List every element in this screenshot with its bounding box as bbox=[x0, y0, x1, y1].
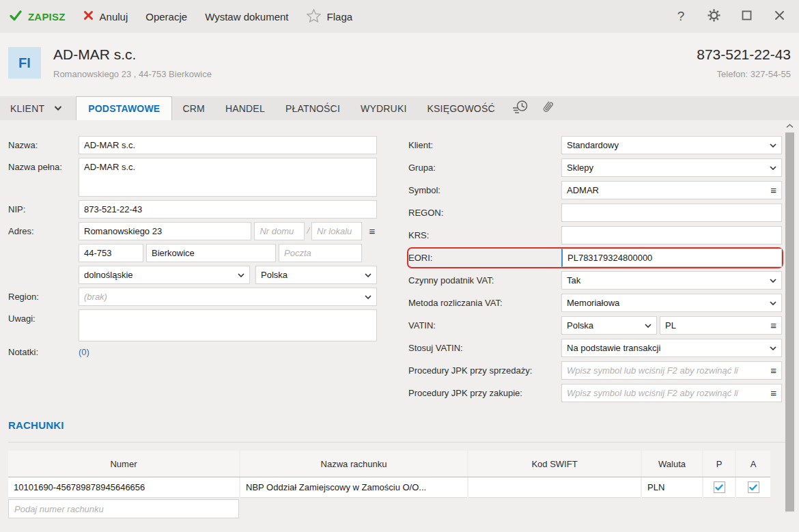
settings-button[interactable] bbox=[706, 9, 721, 24]
jpk-sprzedaz-menu-icon[interactable]: ≡ bbox=[770, 365, 776, 376]
adres-label: Adres: bbox=[8, 222, 79, 284]
krs-input[interactable] bbox=[561, 226, 782, 244]
tab-crm[interactable]: CRM bbox=[172, 96, 214, 120]
nip-input[interactable]: 873-521-22-43 bbox=[79, 200, 377, 219]
paperclip-icon[interactable] bbox=[541, 100, 555, 117]
scrollbar-thumb[interactable] bbox=[785, 132, 794, 512]
vatin-input[interactable]: PL ≡ bbox=[660, 316, 782, 335]
kod-pocztowy-input[interactable]: 44-753 bbox=[79, 244, 143, 262]
tab-podstawowe[interactable]: PODSTAWOWE bbox=[76, 96, 172, 120]
cell-swift[interactable] bbox=[468, 477, 641, 498]
row-klient: Klient: Standardowy bbox=[408, 136, 782, 154]
chevron-down-icon bbox=[54, 106, 62, 111]
regon-label: REGON: bbox=[408, 204, 561, 222]
tab-klient-dropdown[interactable]: KLIENT bbox=[0, 96, 72, 120]
cell-waluta[interactable]: PLN bbox=[642, 477, 702, 498]
symbol-menu-icon[interactable]: ≡ bbox=[770, 185, 776, 195]
chevron-down-icon bbox=[770, 143, 776, 148]
close-button[interactable] bbox=[772, 9, 787, 24]
tab-platnosci[interactable]: PŁATNOŚCI bbox=[275, 96, 350, 120]
miejscowosc-input[interactable]: Bierkowice bbox=[146, 244, 276, 262]
row-symbol: Symbol: ADMAR ≡ bbox=[408, 181, 782, 199]
row-nazwa: Nazwa: AD-MAR s.c. bbox=[8, 136, 377, 154]
regon-input[interactable] bbox=[561, 204, 782, 222]
flag-button[interactable]: Flaga bbox=[307, 9, 353, 25]
row-vatin: VATIN: Polska PL ≡ bbox=[408, 316, 782, 335]
chevron-down-icon bbox=[365, 295, 372, 299]
adres-menu-icon[interactable]: ≡ bbox=[367, 225, 377, 237]
issue-document-menu[interactable]: Wystaw dokument bbox=[205, 11, 288, 23]
nazwa-input[interactable]: AD-MAR s.c. bbox=[79, 136, 377, 154]
col-header-nazwa[interactable]: Nazwa rachunku bbox=[240, 451, 467, 477]
notatki-link[interactable]: (0) bbox=[79, 347, 89, 357]
row-notatki: Notatki: (0) bbox=[8, 347, 377, 357]
accounts-new-row: Podaj numer rachunku bbox=[8, 499, 770, 518]
region-select[interactable]: (brak) bbox=[79, 288, 377, 306]
tab-ksiegowosc[interactable]: KSIĘGOWOŚĆ bbox=[417, 96, 505, 120]
cell-numer[interactable]: 10101690-456789878945646656 bbox=[8, 477, 239, 498]
row-region: Region: (brak) bbox=[8, 288, 377, 306]
accounts-divider bbox=[8, 442, 791, 443]
col-header-swift[interactable]: Kod SWIFT bbox=[468, 451, 641, 477]
history-icon[interactable] bbox=[512, 100, 529, 117]
col-header-a[interactable]: A bbox=[736, 451, 770, 477]
tab-wydruki[interactable]: WYDRUKI bbox=[350, 96, 417, 120]
entity-header: FI AD-MAR s.c. Romanowskiego 23 , 44-753… bbox=[0, 33, 799, 96]
adres-separator: / bbox=[305, 222, 311, 240]
metoda-vat-select[interactable]: Memoriałowa bbox=[561, 294, 782, 312]
close-icon bbox=[774, 10, 785, 23]
jpk-zakup-menu-icon[interactable]: ≡ bbox=[770, 388, 776, 398]
accounts-header-row: Numer Nazwa rachunku Kod SWIFT Waluta P … bbox=[8, 451, 770, 477]
operations-menu[interactable]: Operacje bbox=[145, 11, 187, 23]
stosuj-vatin-label: Stosuj VATIN: bbox=[408, 339, 561, 357]
nip-label: NIP: bbox=[8, 200, 79, 219]
col-header-numer[interactable]: Numer bbox=[8, 451, 239, 477]
maximize-button[interactable] bbox=[739, 9, 754, 24]
jpk-zakup-input[interactable]: Wpisz symbol lub wciśnij F2 aby rozwinąć… bbox=[561, 384, 782, 402]
ulica-input[interactable]: Romanowskiego 23 bbox=[79, 222, 251, 240]
help-icon: ? bbox=[677, 9, 685, 24]
form-right-column: Klient: Standardowy Grupa: Sklepy Symbol… bbox=[408, 136, 782, 406]
symbol-input[interactable]: ADMAR ≡ bbox=[561, 181, 782, 199]
checkbox-p[interactable] bbox=[714, 481, 725, 493]
poczta-input[interactable]: Poczta bbox=[279, 244, 362, 262]
col-header-waluta[interactable]: Waluta bbox=[642, 451, 702, 477]
region-label: Region: bbox=[8, 288, 79, 306]
nr-lokalu-input[interactable]: Nr lokalu bbox=[311, 222, 362, 240]
cell-nazwa[interactable]: NBP Oddział Zamiejscowy w Zamościu O/O..… bbox=[240, 477, 467, 498]
vertical-scrollbar[interactable] bbox=[784, 120, 796, 532]
new-account-input[interactable]: Podaj numer rachunku bbox=[8, 499, 239, 518]
x-icon bbox=[83, 10, 94, 23]
grupa-select[interactable]: Sklepy bbox=[561, 158, 782, 177]
save-button[interactable]: ZAPISZ bbox=[10, 10, 66, 23]
scroll-up-icon[interactable] bbox=[784, 120, 796, 131]
chevron-down-icon bbox=[365, 273, 372, 277]
cancel-button-label: Anuluj bbox=[100, 11, 128, 23]
checkbox-a[interactable] bbox=[748, 481, 759, 493]
form-left-column: Nazwa: AD-MAR s.c. Nazwa pełna: AD-MAR s… bbox=[8, 136, 377, 361]
stosuj-vatin-select[interactable]: Na podstawie transakcji bbox=[561, 339, 782, 357]
help-button[interactable]: ? bbox=[673, 9, 688, 24]
row-czynny-podatnik: Czynny podatnik VAT: Tak bbox=[408, 271, 782, 290]
row-uwagi: Uwagi: bbox=[8, 309, 377, 341]
vatin-country-select[interactable]: Polska bbox=[561, 316, 657, 335]
nazwa-pelna-textarea[interactable]: AD-MAR s.c. bbox=[79, 158, 377, 197]
wojewodztwo-select[interactable]: dolnośląskie bbox=[79, 266, 250, 284]
jpk-sprzedaz-input[interactable]: Wpisz symbol lub wciśnij F2 aby rozwinąć… bbox=[561, 361, 782, 380]
col-header-p[interactable]: P bbox=[703, 451, 735, 477]
vatin-menu-icon[interactable]: ≡ bbox=[770, 320, 776, 331]
tab-handel[interactable]: HANDEL bbox=[215, 96, 275, 120]
row-metoda-vat: Metoda rozliczania VAT: Memoriałowa bbox=[408, 294, 782, 312]
issue-document-label: Wystaw dokument bbox=[205, 11, 288, 23]
entity-address: Romanowskiego 23 , 44-753 Bierkowice bbox=[53, 69, 212, 79]
uwagi-textarea[interactable] bbox=[79, 309, 377, 341]
eori-input[interactable]: PL783179324800000 bbox=[561, 249, 782, 267]
klient-select[interactable]: Standardowy bbox=[561, 136, 782, 154]
nazwa-pelna-label: Nazwa pełna: bbox=[8, 158, 79, 197]
eori-label: EORI: bbox=[408, 249, 561, 267]
kraj-select[interactable]: Polska bbox=[255, 266, 377, 284]
cancel-button[interactable]: Anuluj bbox=[83, 10, 128, 23]
save-button-label: ZAPISZ bbox=[28, 11, 66, 23]
nr-domu-input[interactable]: Nr domu bbox=[254, 222, 305, 240]
czynny-podatnik-select[interactable]: Tak bbox=[561, 271, 782, 290]
